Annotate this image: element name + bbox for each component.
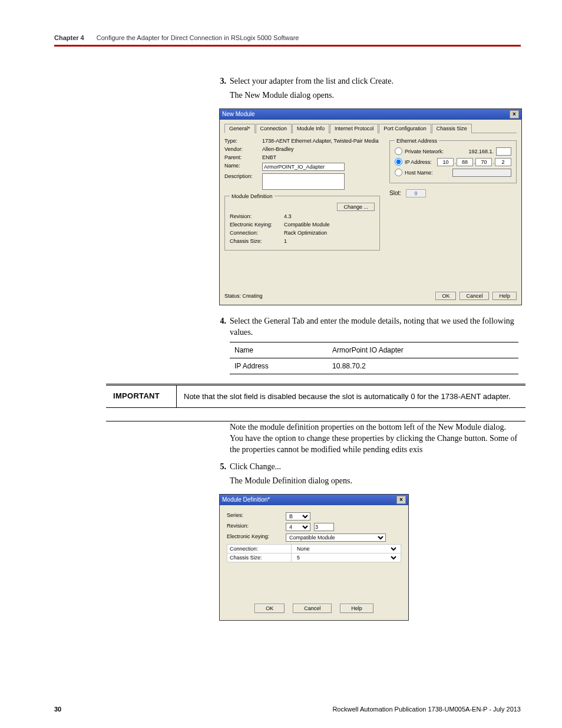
- series-label: Series:: [227, 512, 286, 518]
- ip-oct-4[interactable]: [495, 158, 511, 166]
- chassis-size-select[interactable]: 5: [294, 554, 398, 561]
- revision-label: Revision:: [227, 523, 286, 529]
- tab-connection[interactable]: Connection: [256, 124, 292, 133]
- module-definition-dialog: Module Definition* × Series: B Revision:…: [219, 494, 409, 621]
- dialog-titlebar: New Module ×: [220, 109, 521, 120]
- revision-label: Revision:: [230, 213, 284, 219]
- step-number: 5.: [213, 462, 226, 473]
- type-label: Type:: [224, 138, 262, 144]
- header-rule: [54, 45, 521, 47]
- dialog-tabs: General* Connection Module Info Internet…: [224, 123, 517, 133]
- important-note: IMPORTANT Note that the slot field is di…: [106, 385, 525, 409]
- ip-cell: 10.88.70.2: [328, 358, 518, 374]
- connection-label: Connection:: [230, 230, 284, 236]
- private-network-octet[interactable]: [496, 147, 511, 156]
- status-text: Status: Creating: [224, 293, 263, 299]
- slot-value: [406, 189, 426, 197]
- table-row: IP Address 10.88.70.2: [230, 358, 518, 374]
- vendor-value: Allen-Bradley: [262, 146, 380, 152]
- rev-minor-input[interactable]: [314, 523, 334, 531]
- chassis-size-value: 1: [284, 238, 375, 244]
- important-label: IMPORTANT: [106, 386, 177, 408]
- chapter-title: Configure the Adapter for Direct Connect…: [97, 34, 299, 41]
- name-header: Name: [230, 342, 328, 358]
- ip-address-field: . . .: [437, 158, 511, 166]
- ip-oct-2[interactable]: [457, 158, 473, 166]
- body-paragraph: Note the module definition properties on…: [230, 422, 520, 456]
- chassis-size-label: Chassis Size:: [227, 553, 292, 562]
- dialog-title: New Module: [222, 111, 255, 117]
- connection-grid: Connection: None Chassis Size: 5: [227, 544, 401, 562]
- name-label: Name:: [224, 163, 262, 169]
- ok-button[interactable]: OK: [435, 292, 456, 300]
- step-text: Select your adapter from the list and cl…: [230, 76, 520, 87]
- description-label: Description:: [224, 173, 262, 179]
- step-text: Select the General Tab and enter the mod…: [230, 316, 520, 338]
- step-5: 5. Click Change...: [213, 462, 520, 473]
- elec-keying-value: Compatible Module: [284, 222, 375, 228]
- host-name-input: [452, 169, 511, 177]
- slot-label: Slot:: [389, 190, 401, 196]
- ip-oct-1[interactable]: [437, 158, 454, 166]
- private-network-prefix: 192.168.1.: [468, 149, 494, 154]
- module-definition-legend: Module Definition: [230, 193, 275, 199]
- important-rule-top: [106, 384, 525, 384]
- ip-header: IP Address: [230, 358, 328, 374]
- ip-address-radio[interactable]: [395, 158, 402, 166]
- table-row: Connection: None: [227, 544, 401, 553]
- connection-select[interactable]: None: [294, 545, 398, 552]
- elec-keying-select[interactable]: Compatible Module: [286, 533, 386, 542]
- step-3-sub: The New Module dialog opens.: [230, 91, 520, 100]
- parent-value: ENBT: [262, 154, 380, 160]
- publication-id: Rockwell Automation Publication 1738-UM0…: [332, 706, 521, 713]
- cancel-button[interactable]: Cancel: [293, 604, 332, 613]
- rev-major-select[interactable]: 4: [286, 523, 310, 531]
- series-select[interactable]: B: [286, 512, 310, 521]
- tab-chassis-size[interactable]: Chassis Size: [432, 124, 472, 133]
- module-definition-group: Module Definition Change ... Revision:4.…: [224, 193, 380, 251]
- dialog-titlebar: Module Definition* ×: [220, 495, 408, 505]
- host-name-radio[interactable]: [395, 169, 402, 176]
- revision-value: 4.3: [284, 213, 375, 219]
- page-number: 30: [54, 706, 61, 713]
- ip-oct-3[interactable]: [475, 158, 492, 166]
- ok-button[interactable]: OK: [254, 604, 285, 613]
- important-text: Note that the slot field is disabled bec…: [177, 386, 518, 408]
- close-icon[interactable]: ×: [396, 496, 406, 504]
- private-network-radio[interactable]: [395, 147, 402, 155]
- tab-port-config[interactable]: Port Configuration: [379, 124, 431, 133]
- page-footer: 30 Rockwell Automation Publication 1738-…: [54, 706, 521, 713]
- connection-label: Connection:: [227, 544, 292, 553]
- connection-value: Rack Optimization: [284, 230, 375, 236]
- name-input[interactable]: [262, 163, 345, 171]
- step-number: 4.: [213, 316, 226, 338]
- ip-address-label: IP Address:: [405, 159, 432, 165]
- host-name-label: Host Name:: [405, 170, 433, 176]
- step-3: 3. Select your adapter from the list and…: [213, 76, 520, 87]
- description-input[interactable]: [262, 173, 345, 190]
- close-icon[interactable]: ×: [510, 110, 519, 118]
- step-5-sub: The Module Definition dialog opens.: [230, 476, 520, 486]
- tab-module-info[interactable]: Module Info: [292, 124, 329, 133]
- help-button[interactable]: Help: [340, 604, 373, 613]
- table-row: Name ArmorPoint IO Adapter: [230, 342, 518, 358]
- tab-general[interactable]: General*: [224, 124, 255, 133]
- tab-internet-protocol[interactable]: Internet Protocol: [330, 124, 378, 133]
- help-button[interactable]: Help: [492, 292, 517, 300]
- details-table: Name ArmorPoint IO Adapter IP Address 10…: [230, 342, 518, 374]
- chassis-size-label: Chassis Size:: [230, 238, 284, 244]
- name-cell: ArmorPoint IO Adapter: [328, 342, 518, 358]
- type-value: 1738-AENT Ethernet Adapter, Twisted-Pair…: [262, 138, 380, 144]
- step-number: 3.: [213, 76, 226, 87]
- chapter-label: Chapter 4: [54, 34, 84, 41]
- step-text: Click Change...: [230, 462, 520, 473]
- vendor-label: Vendor:: [224, 146, 262, 152]
- private-network-label: Private Network:: [405, 149, 444, 154]
- important-rule-bottom: [106, 421, 525, 421]
- elec-keying-label: Electronic Keying:: [227, 533, 286, 539]
- ethernet-address-group: Ethernet Address Private Network: 192.16…: [389, 138, 517, 183]
- change-button[interactable]: Change ...: [337, 203, 375, 211]
- cancel-button[interactable]: Cancel: [459, 292, 489, 300]
- step-4: 4. Select the General Tab and enter the …: [213, 316, 520, 338]
- new-module-dialog: New Module × General* Connection Module …: [219, 108, 522, 305]
